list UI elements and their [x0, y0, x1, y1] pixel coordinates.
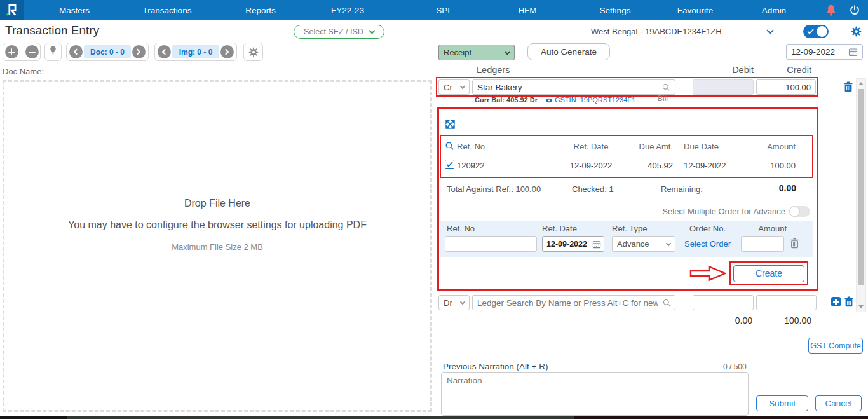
credit-amount-row2[interactable]: [756, 295, 817, 310]
doc-prev-button[interactable]: [69, 45, 83, 58]
header-toggle-on[interactable]: [803, 25, 829, 38]
dropzone-hint: You may have to configure the browser se…: [4, 219, 430, 231]
adv-header-ref-type: Ref. Type: [612, 224, 647, 233]
remove-doc-button[interactable]: [25, 45, 39, 58]
voucher-type-value: Receipt: [444, 48, 471, 57]
file-dropzone[interactable]: Drop File Here You may have to configure…: [3, 80, 432, 412]
adv-header-order-no: Order No.: [689, 224, 726, 233]
power-icon[interactable]: [849, 4, 860, 16]
debit-amount-row1[interactable]: [693, 79, 754, 95]
gstin-link[interactable]: GSTIN: 19PQRST1234F1...: [555, 96, 641, 104]
red-arrow-annotation: [689, 265, 726, 282]
previous-narration-label[interactable]: Previous Narration (Alt + R): [443, 362, 548, 371]
dropzone-title: Drop File Here: [4, 198, 430, 209]
calendar-icon: [848, 47, 858, 57]
submit-button[interactable]: Submit: [756, 395, 808, 411]
select-sez-isd-button[interactable]: Select SEZ / ISD: [294, 25, 384, 39]
eye-icon[interactable]: [545, 98, 553, 103]
nav-label: HFM: [518, 6, 536, 15]
debit-column-header: Debit: [713, 65, 754, 75]
auto-generate-button[interactable]: Auto Generate: [527, 43, 610, 60]
adv-delete-icon[interactable]: [790, 238, 799, 249]
top-nav-bar: Masters Transactions Reports FY22-23 SPL…: [0, 0, 868, 20]
img-next-button[interactable]: [220, 45, 234, 58]
narration-textarea[interactable]: [441, 372, 749, 416]
create-button-annotation: Create: [729, 261, 808, 285]
nav-item-masters[interactable]: Masters: [59, 0, 90, 20]
add-ledger-row-button[interactable]: [831, 297, 841, 306]
pin-icon: [49, 46, 57, 58]
nav-item-favourite[interactable]: Favourite: [677, 0, 713, 20]
multiple-order-toggle-label: Select Multiple Order for Advance: [534, 207, 785, 216]
scroll-up-arrow[interactable]: [858, 82, 864, 85]
chevron-down-icon: [460, 84, 465, 89]
add-doc-button[interactable]: [5, 45, 18, 58]
voucher-date-field[interactable]: 12-09-2022: [786, 44, 863, 60]
scrollbar-thumb[interactable]: [858, 89, 864, 285]
ledger-search-row2[interactable]: [472, 295, 675, 310]
advance-ref-panel: Ref. No Ref. Date Ref. Type Order No. Am…: [440, 221, 813, 257]
nav-item-spl[interactable]: SPL: [436, 0, 452, 20]
select-order-link[interactable]: Select Order: [684, 239, 731, 249]
delete-row2-icon[interactable]: [844, 296, 854, 307]
create-button[interactable]: Create: [733, 265, 804, 282]
drcr-select-row1[interactable]: Cr: [438, 79, 470, 95]
checked-label: Checked:: [572, 184, 607, 194]
voucher-type-select[interactable]: Receipt: [438, 45, 515, 60]
ref-row-due-date: 12-09-2022: [684, 161, 726, 170]
doc-settings-button[interactable]: [243, 43, 263, 61]
ref-search-icon[interactable]: [445, 141, 454, 151]
ref-header-amount: Amount: [751, 142, 796, 151]
sez-label: Select SEZ / ISD: [304, 27, 363, 36]
transaction-entry-page: Masters Transactions Reports FY22-23 SPL…: [0, 0, 868, 419]
img-prev-button[interactable]: [158, 45, 171, 58]
delete-row1-icon[interactable]: [843, 81, 853, 92]
ledger-search-input[interactable]: [473, 298, 662, 308]
adv-header-ref-date: Ref. Date: [542, 224, 577, 233]
branch-chevron-down-icon[interactable]: [766, 27, 773, 34]
doc-next-button[interactable]: [132, 45, 146, 58]
divider: [22, 43, 22, 60]
chevron-down-icon: [369, 27, 375, 34]
right-panel-scrollbar[interactable]: [856, 78, 866, 312]
ledger-row-1-annotation: Cr Star Bakery: [436, 77, 818, 97]
settings-gear-icon[interactable]: [850, 25, 862, 38]
ref-row-checkbox[interactable]: [445, 160, 454, 169]
nav-item-reports[interactable]: Reports: [245, 0, 275, 20]
doc-name-label: Doc Name:: [3, 67, 44, 76]
nav-item-hfm[interactable]: HFM: [518, 0, 536, 20]
cancel-button[interactable]: Cancel: [815, 395, 862, 411]
ref-row-amount: 100.00: [751, 161, 796, 170]
img-pager-group: Img: 0 - 0: [154, 43, 237, 61]
ref-row-date: 12-09-2022: [562, 161, 620, 170]
ledgers-column-header: Ledgers: [477, 65, 510, 75]
app-logo[interactable]: [0, 0, 24, 20]
adv-amount-input[interactable]: [741, 236, 784, 252]
current-balance-text: Curr Bal: 405.92 Dr: [475, 96, 538, 104]
notification-bell-icon[interactable]: [825, 4, 837, 17]
nav-item-transactions[interactable]: Transactions: [143, 0, 192, 20]
nav-item-fy22-23[interactable]: FY22-23: [331, 0, 364, 20]
debit-amount-row2[interactable]: [693, 295, 754, 310]
calendar-icon: [592, 240, 601, 249]
expand-icon[interactable]: [445, 119, 456, 130]
adv-ref-type-select[interactable]: Advance: [612, 236, 675, 252]
branch-gstin-text: West Bengal - 19ABCDE1234F1ZH: [591, 27, 722, 36]
nav-label: FY22-23: [331, 6, 364, 15]
multiple-order-toggle[interactable]: [789, 206, 810, 217]
adv-header-amount: Amount: [738, 224, 787, 233]
adv-ref-no-input[interactable]: [445, 236, 537, 252]
pin-doc-button[interactable]: [44, 43, 62, 61]
nav-item-settings[interactable]: Settings: [600, 0, 631, 20]
ref-header-date: Ref. Date: [562, 142, 620, 151]
credit-amount-row1[interactable]: [756, 79, 816, 95]
scroll-down-arrow[interactable]: [858, 305, 864, 308]
gst-compute-button[interactable]: GST Compute: [808, 338, 863, 354]
page-title: Transaction Entry: [5, 24, 99, 38]
total-against-ref: Total Against Ref.: 100.00: [447, 184, 541, 194]
bill-label: Bill: [658, 94, 668, 103]
drcr-select-row2[interactable]: Dr: [438, 295, 470, 310]
adv-ref-date-field[interactable]: 12-09-2022: [542, 236, 604, 252]
ledger-search-row1[interactable]: Star Bakery: [472, 79, 675, 95]
nav-item-admin[interactable]: Admin: [762, 0, 786, 20]
